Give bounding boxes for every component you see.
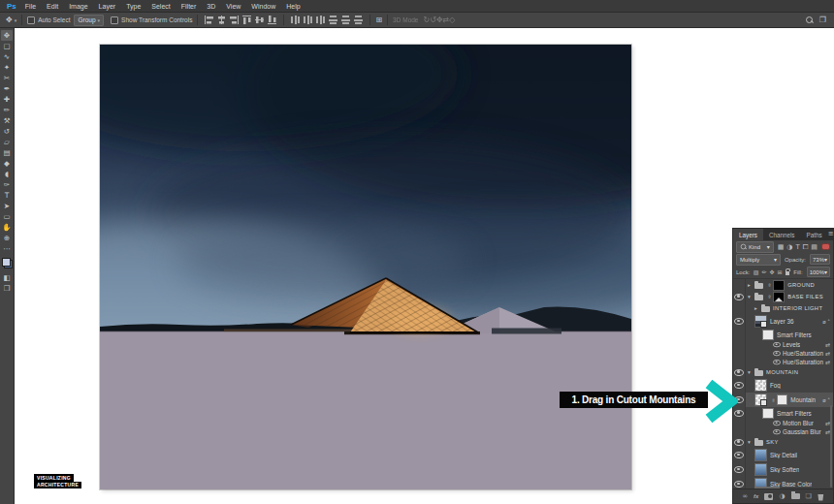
auto-select-checkbox[interactable] (27, 16, 35, 24)
menu-window[interactable]: Window (251, 3, 275, 10)
quick-mask-button[interactable]: ◧ (1, 272, 13, 283)
layer-row-fog[interactable]: Fog (733, 378, 833, 393)
smart-filter-mask-thumbnail[interactable] (762, 330, 774, 340)
menu-image[interactable]: Image (69, 3, 87, 10)
eye-icon[interactable] (773, 360, 781, 364)
tab-channels[interactable]: Channels (763, 229, 801, 240)
filter-name[interactable]: Levels (783, 341, 800, 348)
menu-help[interactable]: Help (286, 3, 300, 10)
dodge-tool[interactable]: ◖ (1, 169, 13, 179)
distribute-vertical-icon[interactable] (304, 16, 312, 24)
group-mask-thumbnail[interactable] (773, 280, 785, 291)
layer-name[interactable]: Sky Soften (770, 466, 799, 473)
auto-align-icon[interactable]: ⊞ (375, 16, 382, 24)
pen-tool[interactable]: ✑ (1, 179, 13, 190)
layer-name[interactable]: Mountain (790, 396, 816, 403)
lock-paint-icon[interactable]: ✏ (762, 268, 767, 275)
eraser-tool[interactable]: ▱ (1, 137, 13, 147)
expand-arrow-icon[interactable]: ▸ (748, 282, 754, 288)
visibility-toggle[interactable] (733, 349, 746, 358)
lock-all-icon[interactable] (786, 271, 789, 275)
visibility-toggle[interactable] (733, 448, 746, 462)
visibility-toggle[interactable] (733, 462, 746, 477)
quick-selection-tool[interactable]: ✦ (1, 62, 13, 73)
filter-row-levels[interactable]: Levels⇄ (733, 340, 833, 349)
group-mask-thumbnail[interactable] (773, 292, 785, 302)
distribute-horizontal-icon[interactable] (354, 16, 363, 24)
history-brush-tool[interactable]: ↺ (1, 126, 13, 137)
layer-row-interior-light[interactable]: ▸INTERIOR LIGHT (733, 302, 833, 314)
visibility-toggle[interactable] (733, 366, 746, 378)
layer-thumbnail[interactable] (754, 315, 767, 328)
align-left-icon[interactable] (205, 16, 213, 24)
layer-thumbnail[interactable] (754, 394, 767, 406)
tab-layers[interactable]: Layers (733, 229, 763, 240)
align-bottom-icon[interactable] (268, 16, 276, 24)
visibility-toggle[interactable] (733, 329, 746, 340)
brush-tool[interactable]: ✏ (1, 105, 13, 115)
collapse-arrow-icon[interactable]: ▾ (748, 439, 754, 445)
menu-edit[interactable]: Edit (47, 3, 58, 10)
new-group-icon[interactable] (791, 493, 800, 499)
screen-mode-button[interactable]: ❐ (1, 283, 13, 294)
eye-icon[interactable] (773, 351, 781, 356)
gradient-tool[interactable]: ▤ (1, 147, 13, 158)
layer-row-sky-soften[interactable]: Sky Soften (733, 462, 833, 477)
smart-filter-mask-thumbnail[interactable] (762, 408, 774, 419)
filter-row-gaussian-blur[interactable]: Gaussian Blur⇄ (733, 427, 833, 436)
layer-mask-thumbnail[interactable] (777, 394, 787, 405)
layer-name[interactable]: INTERIOR LIGHT (773, 305, 822, 311)
mask-link-icon[interactable]: ∞ (771, 397, 777, 401)
visibility-toggle[interactable] (733, 302, 746, 314)
filter-row-hue-saturation[interactable]: Hue/Saturation⇄ (733, 358, 833, 366)
filter-name[interactable]: Hue/Saturation (783, 359, 823, 365)
layer-name[interactable]: BASE FILES (787, 294, 823, 299)
eye-icon[interactable] (773, 342, 781, 347)
align-right-icon[interactable] (230, 16, 239, 24)
tab-paths[interactable]: Paths (801, 229, 828, 240)
lock-transparent-icon[interactable]: ▨ (754, 268, 759, 275)
chevron-down-icon[interactable]: ▾ (15, 17, 17, 23)
filter-blending-icon[interactable]: ⇄ (825, 341, 830, 348)
path-selection-tool[interactable]: ➤ (1, 201, 13, 211)
layer-row-mountain[interactable]: ∞Mountainø ˄ (733, 393, 833, 407)
new-layer-icon[interactable]: ❏ (806, 492, 812, 500)
distribute-horizontal-icon[interactable] (329, 16, 337, 24)
layer-row-sky-detail[interactable]: Sky Detail (733, 448, 833, 462)
rectangle-tool[interactable]: ▭ (1, 211, 13, 222)
distribute-vertical-icon[interactable] (316, 16, 325, 24)
filter-row-motion-blur[interactable]: Motion Blur⇄ (733, 419, 833, 427)
zoom-tool[interactable]: ⊕ (1, 233, 13, 243)
lasso-tool[interactable]: ∿ (1, 51, 13, 62)
visibility-toggle[interactable] (733, 314, 746, 329)
visibility-toggle[interactable] (733, 427, 746, 436)
layer-thumbnail[interactable] (754, 449, 767, 461)
crop-tool[interactable]: ✂ (1, 73, 13, 83)
align-vertical-center-icon[interactable] (255, 16, 264, 24)
layer-name[interactable]: GROUND (787, 282, 815, 288)
move-tool[interactable]: ✥ (1, 30, 13, 41)
layer-name[interactable]: Smart Filters (777, 331, 812, 338)
layer-row-sky-group[interactable]: ▾SKY (733, 436, 833, 448)
align-horizontal-center-icon[interactable] (217, 16, 226, 24)
edit-toolbar-button[interactable]: ⋯ (1, 243, 13, 254)
smart-filter-toggle-icon[interactable]: ø ˄ (822, 319, 830, 325)
filter-blending-icon[interactable]: ⇄ (825, 350, 830, 357)
filter-row-hue-saturation[interactable]: Hue/Saturation⇄ (733, 349, 833, 358)
expand-arrow-icon[interactable]: ▸ (754, 305, 761, 311)
menu-filter[interactable]: Filter (181, 3, 197, 10)
link-layers-icon[interactable]: ∞ (742, 492, 748, 500)
filter-blending-icon[interactable]: ⇄ (825, 359, 830, 365)
eyedropper-tool[interactable]: ✒ (1, 83, 13, 94)
collapse-arrow-icon[interactable]: ▾ (748, 294, 754, 299)
collapse-arrow-icon[interactable]: ▾ (748, 369, 754, 375)
menu-file[interactable]: File (25, 3, 36, 10)
lock-artboard-icon[interactable]: ⊞ (778, 268, 783, 275)
layer-row-layer-36[interactable]: Layer 36ø ˄ (733, 314, 833, 329)
visibility-toggle[interactable] (733, 340, 746, 349)
filtering-toggle[interactable] (821, 243, 830, 250)
panel-menu-icon[interactable]: ≡ (828, 229, 834, 240)
filter-kind-dropdown[interactable]: Kind ▾ (736, 241, 774, 253)
clone-stamp-tool[interactable]: ⚒ (1, 115, 13, 126)
foreground-color-swatch[interactable] (2, 258, 11, 267)
